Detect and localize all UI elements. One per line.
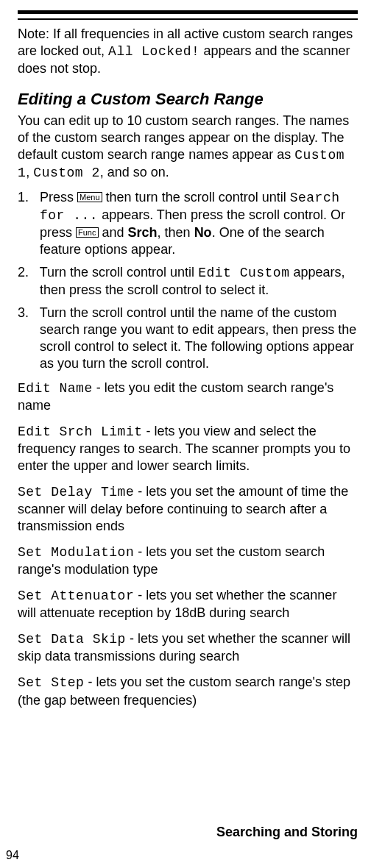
note-code: All Locked! <box>108 44 199 59</box>
intro-paragraph: You can edit up to 10 custom search rang… <box>18 113 358 182</box>
menu-key-icon: Menu <box>77 192 102 202</box>
option-code: Edit Srch Limit <box>18 424 143 439</box>
intro-c: , and so on. <box>100 165 169 179</box>
step-2: 2. Turn the scroll control until Edit Cu… <box>18 264 358 299</box>
option-code: Set Modulation <box>18 545 134 560</box>
option-edit-name: Edit Name - lets you edit the custom sea… <box>18 380 358 414</box>
step1-bold2: No <box>194 225 212 240</box>
option-code: Set Delay Time <box>18 485 134 499</box>
option-set-step: Set Step - lets you set the custom searc… <box>18 674 358 708</box>
step1-e: , then <box>158 225 194 240</box>
step1-a: Press <box>40 190 77 204</box>
step-num: 2. <box>18 265 29 280</box>
step-1: 1. Press Menu then turn the scroll contr… <box>18 189 358 258</box>
option-code: Set Data Skip <box>18 632 126 647</box>
step2-code: Edit Custom <box>198 266 289 280</box>
step1-b: then turn the scroll control until <box>102 190 290 204</box>
step3-a: Turn the scroll control until the name o… <box>40 305 357 371</box>
func-key-icon: Func <box>76 227 98 238</box>
running-footer: Searching and Storing <box>216 825 358 840</box>
rule-thick <box>18 10 358 14</box>
option-edit-srch-limit: Edit Srch Limit - lets you view and sele… <box>18 423 358 474</box>
intro-code2: Custom 2 <box>33 166 99 180</box>
step1-bold1: Srch <box>128 225 158 240</box>
intro-b: , <box>26 165 33 179</box>
step-3: 3. Turn the scroll control until the nam… <box>18 305 358 372</box>
option-code: Edit Name <box>18 381 93 396</box>
rule-thin <box>18 18 358 20</box>
step-num: 1. <box>18 190 29 204</box>
step2-a: Turn the scroll control until <box>40 265 198 280</box>
option-set-data-skip: Set Data Skip - lets you set whether the… <box>18 630 358 665</box>
option-set-delay-time: Set Delay Time - lets you set the amount… <box>18 483 358 535</box>
step1-d: and <box>99 225 128 240</box>
option-code: Set Step <box>18 675 84 690</box>
option-set-modulation: Set Modulation - lets you set the custom… <box>18 544 358 578</box>
page-number: 94 <box>6 849 19 862</box>
section-heading: Editing a Custom Search Range <box>18 89 358 110</box>
steps-list: 1. Press Menu then turn the scroll contr… <box>18 189 358 372</box>
option-set-attenuator: Set Attenuator - lets you set whether th… <box>18 587 358 622</box>
option-code: Set Attenuator <box>18 588 134 603</box>
note-paragraph: Note: If all frequencies in all active c… <box>18 26 358 77</box>
step-num: 3. <box>18 305 29 320</box>
